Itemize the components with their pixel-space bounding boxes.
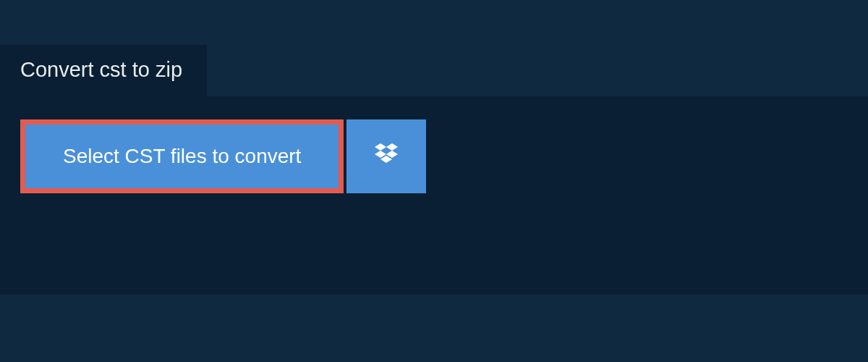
button-row: Select CST files to convert — [20, 119, 848, 193]
select-files-button[interactable]: Select CST files to convert — [20, 119, 344, 193]
tab-label: Convert cst to zip — [20, 58, 182, 81]
dropbox-button[interactable] — [346, 119, 426, 193]
tab-bar: Convert cst to zip — [0, 45, 868, 96]
content-panel: Select CST files to convert — [0, 96, 868, 295]
dropbox-icon — [372, 140, 401, 172]
tab-convert[interactable]: Convert cst to zip — [0, 45, 207, 96]
select-files-label: Select CST files to convert — [63, 145, 301, 168]
